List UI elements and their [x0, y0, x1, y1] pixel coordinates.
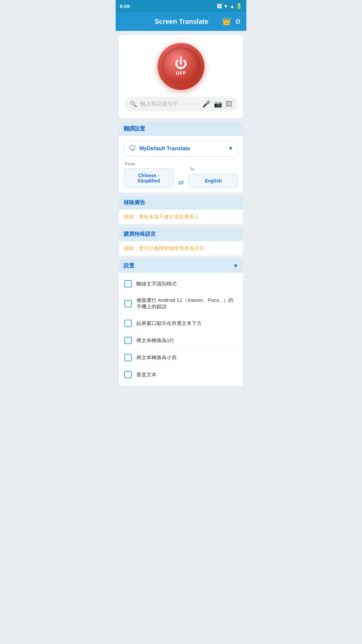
buy-language-card: 購買特殊語言 謝謝，您可以無限制地使用所有語言: [119, 227, 243, 256]
top-bar-actions: 👑 ⚙: [222, 17, 241, 26]
from-lang-col: From Chinese - Simplified: [124, 161, 174, 188]
wifi-icon: ▼: [223, 3, 228, 9]
checkbox-item[interactable]: 修復運行 Android 12（Xiaomi、Poco...）的手機上的錯誤: [119, 292, 243, 315]
translate-settings-card: 翻譯設置 🗨 MyDefault Translate ▼ From Chines…: [119, 122, 243, 193]
buy-language-message: 謝謝，您可以無限制地使用所有語言: [119, 241, 243, 256]
translate-engine-dropdown[interactable]: 🗨 MyDefault Translate ▼: [124, 141, 238, 157]
to-lang-col: To English: [188, 167, 238, 188]
chevron-down-icon: ▼: [228, 146, 233, 152]
from-language-button[interactable]: Chinese - Simplified: [124, 168, 174, 188]
status-bar: 9:08 🖼 ▼ ▲ 🔋: [116, 0, 246, 12]
remove-ads-card: 移除廣告 謝謝，廣告永遠不會出現在應用上: [119, 196, 243, 224]
translate-engine-label: MyDefault Translate: [139, 146, 190, 152]
checkbox-label-0: 離線文字識別模式: [136, 281, 177, 287]
to-label: To: [188, 167, 238, 172]
checkbox-item[interactable]: 將文本轉換為小寫: [119, 349, 243, 366]
checkbox-box-0[interactable]: [124, 280, 132, 287]
checkbox-label-1: 修復運行 Android 12（Xiaomi、Poco...）的手機上的錯誤: [136, 297, 238, 310]
search-icon: 🔍: [130, 100, 137, 108]
image-icon: 🖼: [217, 3, 222, 9]
mic-icon[interactable]: 🎤: [202, 100, 210, 108]
power-off-label: OFF: [176, 70, 186, 76]
checkbox-label-2: 結果窗口顯示在所選文本下方: [136, 320, 202, 327]
translate-settings-header: 翻譯設置: [119, 122, 243, 136]
checkbox-box-1[interactable]: [124, 300, 132, 307]
swap-language-button[interactable]: ⇄: [174, 178, 188, 188]
search-bar[interactable]: 🔍 輸入單詞或句子 🎤 📷 🖼: [124, 97, 238, 111]
power-button[interactable]: ⏻ OFF: [158, 43, 204, 90]
settings-card: 設置 ▼ 離線文字識別模式 修復運行 Android 12（Xiaomi、Poc…: [119, 259, 243, 386]
remove-ads-header: 移除廣告: [119, 196, 243, 210]
translate-settings-body: 🗨 MyDefault Translate ▼ From Chinese - S…: [119, 136, 243, 193]
settings-checkbox-list: 離線文字識別模式 修復運行 Android 12（Xiaomi、Poco...）…: [119, 273, 243, 386]
from-label: From: [124, 161, 174, 166]
checkbox-box-3[interactable]: [124, 337, 132, 344]
main-card: ⏻ OFF 🔍 輸入單詞或句子 🎤 📷 🖼: [119, 35, 243, 118]
battery-icon: 🔋: [236, 3, 242, 9]
checkbox-item[interactable]: 離線文字識別模式: [119, 275, 243, 292]
signal-icon: ▲: [230, 3, 235, 9]
gallery-icon[interactable]: 🖼: [226, 100, 232, 108]
checkbox-label-3: 將文本轉換為1行: [136, 337, 174, 344]
power-symbol-icon: ⏻: [175, 57, 187, 70]
power-button-inner: ⏻ OFF: [162, 47, 200, 86]
checkbox-label-5: 垂直文本: [136, 372, 157, 378]
top-bar: Screen Translate 👑 ⚙: [116, 12, 246, 31]
language-row: From Chinese - Simplified ⇄ To English: [124, 161, 238, 188]
settings-chevron-icon: ▼: [233, 263, 238, 269]
app-title: Screen Translate: [141, 18, 222, 25]
remove-ads-message: 謝謝，廣告永遠不會出現在應用上: [119, 210, 243, 224]
settings-header: 設置 ▼: [119, 259, 243, 273]
crown-icon[interactable]: 👑: [222, 17, 231, 26]
camera-icon[interactable]: 📷: [214, 100, 222, 108]
checkbox-box-5[interactable]: [124, 371, 132, 378]
translate-engine-icon: 🗨: [129, 144, 136, 153]
search-placeholder[interactable]: 輸入單詞或句子: [140, 101, 199, 108]
checkbox-box-2[interactable]: [124, 320, 132, 327]
checkbox-label-4: 將文本轉換為小寫: [136, 355, 177, 361]
checkbox-item[interactable]: 垂直文本: [119, 366, 243, 383]
status-time: 9:08: [120, 3, 130, 9]
status-icons: 🖼 ▼ ▲ 🔋: [217, 3, 242, 9]
search-actions: 🎤 📷 🖼: [202, 100, 232, 108]
buy-language-header: 購買特殊語言: [119, 227, 243, 241]
to-language-button[interactable]: English: [188, 174, 238, 188]
checkbox-box-4[interactable]: [124, 354, 132, 361]
checkbox-item[interactable]: 結果窗口顯示在所選文本下方: [119, 315, 243, 332]
power-button-wrapper: ⏻ OFF: [158, 43, 204, 90]
checkbox-item[interactable]: 將文本轉換為1行: [119, 332, 243, 349]
settings-icon[interactable]: ⚙: [235, 17, 241, 25]
